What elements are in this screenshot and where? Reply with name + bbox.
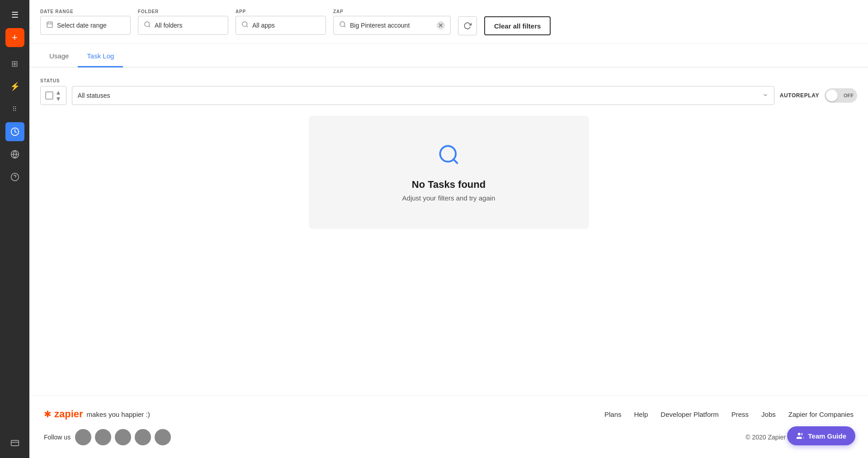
footer-bottom: Follow us © 2020 Zapier Inc. | Terms | P… <box>44 429 854 445</box>
select-all-checkbox[interactable] <box>45 91 53 100</box>
date-range-label: DATE RANGE <box>40 9 131 14</box>
svg-line-14 <box>246 26 248 27</box>
footer-link-plans[interactable]: Plans <box>604 410 622 418</box>
footer: ✱ zapier makes you happier :) Plans Help… <box>29 395 868 458</box>
sort-arrows[interactable]: ▲ ▼ <box>55 89 61 102</box>
svg-point-13 <box>242 22 247 27</box>
app-filter: APP All apps <box>236 9 326 35</box>
toggle-knob <box>826 90 838 101</box>
help-icon[interactable] <box>5 167 24 186</box>
zap-value: Big Pinterest account <box>350 22 433 29</box>
main-content: DATE RANGE Select date range FOLDER All … <box>29 0 868 458</box>
social-circle-1[interactable] <box>75 429 91 445</box>
svg-rect-7 <box>47 22 52 27</box>
social-circle-2[interactable] <box>95 429 111 445</box>
status-row-inner: ▲ ▼ All statuses AUTOREPLAY <box>40 86 857 105</box>
autoreplay-area: AUTOREPLAY OFF <box>780 88 857 103</box>
social-circles <box>75 429 171 445</box>
menu-icon[interactable]: ☰ <box>5 5 24 24</box>
folder-input[interactable]: All folders <box>138 16 228 35</box>
status-chevron <box>762 92 769 100</box>
svg-point-17 <box>440 146 456 162</box>
date-range-value: Select date range <box>57 22 125 29</box>
filter-bar: DATE RANGE Select date range FOLDER All … <box>29 0 868 44</box>
add-button[interactable]: + <box>5 28 24 47</box>
empty-state: No Tasks found Adjust your filters and t… <box>309 116 589 229</box>
footer-nav: Plans Help Developer Platform Press Jobs… <box>604 410 854 418</box>
follow-us-label: Follow us <box>44 434 71 441</box>
footer-link-jobs[interactable]: Jobs <box>761 410 776 418</box>
footer-link-press[interactable]: Press <box>731 410 749 418</box>
svg-line-16 <box>344 26 345 27</box>
autoreplay-toggle[interactable]: OFF <box>825 88 857 103</box>
calendar-icon <box>46 21 53 30</box>
folder-filter: FOLDER All folders <box>138 9 228 35</box>
autoreplay-label: AUTOREPLAY <box>780 92 819 99</box>
app-input[interactable]: All apps <box>236 16 326 35</box>
follow-us: Follow us <box>44 429 171 445</box>
dashboard-icon[interactable]: ⊞ <box>5 54 24 73</box>
footer-link-help[interactable]: Help <box>634 410 648 418</box>
folder-label: FOLDER <box>138 9 228 14</box>
clock-icon[interactable] <box>5 122 24 141</box>
date-range-filter: DATE RANGE Select date range <box>40 9 131 35</box>
folder-value: All folders <box>155 22 222 29</box>
zapier-wordmark: zapier <box>54 408 83 420</box>
search-icon <box>144 21 151 30</box>
bolt-icon[interactable]: ⚡ <box>5 77 24 96</box>
zapier-logo: ✱ zapier <box>44 408 83 420</box>
app-value: All apps <box>252 22 320 29</box>
footer-top: ✱ zapier makes you happier :) Plans Help… <box>44 408 854 420</box>
status-filter-row: STATUS ▲ ▼ All statuses <box>40 78 857 105</box>
checkbox-area[interactable]: ▲ ▼ <box>40 86 66 105</box>
status-select[interactable]: All statuses <box>72 86 774 105</box>
social-circle-4[interactable] <box>135 429 151 445</box>
social-circle-3[interactable] <box>115 429 131 445</box>
tab-usage[interactable]: Usage <box>40 44 78 67</box>
sidebar: ☰ + ⊞ ⚡ ⠿ <box>0 0 29 458</box>
refresh-button[interactable] <box>458 16 477 35</box>
zap-remove-button[interactable]: ✕ <box>437 21 445 29</box>
empty-state-title: No Tasks found <box>412 179 486 191</box>
social-circle-5[interactable] <box>155 429 171 445</box>
footer-link-developer-platform[interactable]: Developer Platform <box>660 410 718 418</box>
status-label: STATUS <box>40 78 857 83</box>
zapier-asterisk: ✱ <box>44 409 52 420</box>
toggle-state: OFF <box>844 93 854 98</box>
app-label: APP <box>236 9 326 14</box>
tab-task-log[interactable]: Task Log <box>78 44 123 67</box>
empty-state-subtitle: Adjust your filters and try again <box>402 194 495 202</box>
footer-tagline: makes you happier :) <box>87 410 150 418</box>
zap-input[interactable]: Big Pinterest account ✕ <box>333 16 451 35</box>
footer-brand: ✱ zapier makes you happier :) <box>44 408 150 420</box>
globe-icon[interactable] <box>5 145 24 164</box>
status-group: STATUS ▲ ▼ All statuses <box>40 78 857 105</box>
team-guide-label: Team Guide <box>808 432 846 440</box>
search-icon-zap <box>339 21 346 30</box>
svg-rect-5 <box>11 440 19 446</box>
zap-filter: ZAP Big Pinterest account ✕ <box>333 9 451 35</box>
team-guide-button[interactable]: Team Guide <box>787 426 855 445</box>
date-range-input[interactable]: Select date range <box>40 16 131 35</box>
card-icon[interactable] <box>5 434 24 453</box>
search-icon-app <box>241 21 249 30</box>
grid-icon[interactable]: ⠿ <box>5 100 24 119</box>
svg-line-18 <box>453 159 458 163</box>
svg-point-15 <box>340 22 345 27</box>
svg-point-11 <box>145 22 150 27</box>
status-value: All statuses <box>78 92 110 99</box>
tabs-bar: Usage Task Log <box>29 44 868 67</box>
clear-all-filters-button[interactable]: Clear all filters <box>484 16 551 35</box>
content-area: STATUS ▲ ▼ All statuses <box>29 67 868 395</box>
empty-search-icon <box>437 143 461 172</box>
svg-line-12 <box>149 26 150 27</box>
zap-label: ZAP <box>333 9 451 14</box>
footer-link-zapier-companies[interactable]: Zapier for Companies <box>788 410 854 418</box>
svg-point-19 <box>798 433 801 435</box>
